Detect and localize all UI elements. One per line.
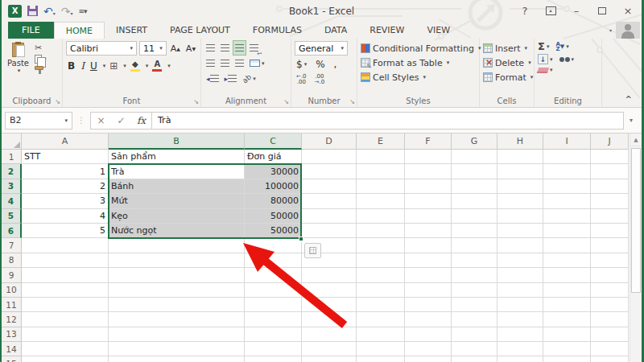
- cell-A12[interactable]: [22, 312, 109, 327]
- col-header-D[interactable]: D: [302, 134, 357, 150]
- close-button[interactable]: ×: [619, 4, 637, 19]
- cell-A6[interactable]: 5: [22, 224, 109, 238]
- cell-G9[interactable]: [452, 268, 497, 282]
- alignment-dialog-launcher-icon[interactable]: ↘: [283, 98, 289, 105]
- cell-C12[interactable]: [245, 312, 302, 327]
- cell-E11[interactable]: [357, 298, 405, 312]
- undo-button[interactable]: ↶▾: [43, 3, 56, 19]
- tab-page-layout[interactable]: PAGE LAYOUT: [159, 22, 242, 39]
- cell-D14[interactable]: [302, 342, 357, 356]
- number-format-combo[interactable]: General▾: [295, 41, 348, 56]
- redo-dropdown-icon[interactable]: ▾: [70, 10, 72, 16]
- cell-B7[interactable]: [109, 238, 245, 253]
- cell-G14[interactable]: [452, 342, 497, 356]
- cell-C4[interactable]: 80000: [245, 194, 302, 208]
- cell-A4[interactable]: 3: [22, 194, 109, 208]
- row-header-6[interactable]: 6: [2, 224, 22, 238]
- clear-dropdown-icon[interactable]: ▾: [550, 67, 553, 73]
- ribbon-display-options-button[interactable]: ▴: [542, 4, 559, 19]
- save-icon[interactable]: [27, 6, 38, 16]
- row-header-9[interactable]: 9: [2, 268, 22, 282]
- cell-J4[interactable]: [591, 194, 629, 208]
- cell-D4[interactable]: [302, 194, 357, 208]
- cell-G12[interactable]: [452, 312, 497, 327]
- cell-H13[interactable]: [497, 327, 543, 342]
- cell-C7[interactable]: [245, 238, 302, 253]
- delete-button[interactable]: Delete ▾: [483, 56, 530, 70]
- cell-E13[interactable]: [357, 327, 405, 342]
- col-header-F[interactable]: F: [405, 134, 452, 150]
- cell-C11[interactable]: [245, 298, 302, 312]
- wrap-text-button[interactable]: [248, 41, 260, 55]
- account-dropdown-icon[interactable]: ▾: [609, 27, 612, 33]
- collapse-ribbon-icon[interactable]: ^: [625, 95, 632, 104]
- cell-A2[interactable]: 1: [22, 164, 109, 179]
- cell-H1[interactable]: [497, 150, 543, 164]
- cell-B2[interactable]: Trà: [109, 164, 245, 179]
- cell-A14[interactable]: [22, 342, 109, 356]
- bottom-align-button[interactable]: [233, 41, 246, 55]
- row-header-3[interactable]: 3: [2, 179, 22, 194]
- font-size-dropdown-icon[interactable]: ▾: [159, 45, 163, 51]
- cell-A13[interactable]: [22, 327, 109, 342]
- borders-icon[interactable]: ⊞: [108, 59, 119, 72]
- col-header-A[interactable]: A: [22, 134, 109, 150]
- cell-I10[interactable]: [543, 283, 591, 298]
- orientation-button[interactable]: ab▾: [241, 72, 258, 85]
- cell-C13[interactable]: [245, 327, 302, 342]
- cell-B6[interactable]: Nước ngọt: [109, 224, 245, 238]
- paste-dropdown-icon[interactable]: ▾: [18, 68, 21, 74]
- percent-style-button[interactable]: %: [314, 57, 326, 71]
- find-select-button[interactable]: ▾: [559, 54, 575, 64]
- minimize-button[interactable]: –: [568, 4, 585, 19]
- cell-E10[interactable]: [357, 283, 405, 298]
- cell-I3[interactable]: [543, 179, 591, 194]
- top-align-button[interactable]: [204, 41, 217, 55]
- delete-dropdown-icon[interactable]: ▾: [528, 60, 531, 66]
- cell-F10[interactable]: [405, 283, 452, 298]
- scrollbar-thumb[interactable]: [631, 148, 641, 293]
- cell-H5[interactable]: [497, 209, 543, 224]
- col-header-H[interactable]: H: [497, 134, 543, 150]
- cell-D15[interactable]: [302, 356, 357, 362]
- orientation-dropdown-icon[interactable]: ▾: [253, 76, 256, 82]
- cell-C9[interactable]: [245, 268, 302, 282]
- cell-F4[interactable]: [405, 194, 452, 208]
- col-header-J[interactable]: J: [591, 134, 629, 150]
- cell-J13[interactable]: [591, 327, 629, 342]
- tab-review[interactable]: REVIEW: [358, 22, 415, 39]
- cell-H2[interactable]: [497, 164, 543, 179]
- autosum-button[interactable]: Σ▾: [538, 41, 549, 51]
- font-dialog-launcher-icon[interactable]: ↘: [193, 98, 199, 105]
- cell-A1[interactable]: STT: [22, 150, 109, 164]
- cell-F1[interactable]: [405, 150, 452, 164]
- row-header-8[interactable]: 8: [2, 253, 22, 268]
- cell-B4[interactable]: Mứt: [109, 194, 245, 208]
- merge-center-button[interactable]: ▾: [248, 56, 266, 70]
- number-dialog-launcher-icon[interactable]: ↘: [349, 98, 355, 105]
- borders-dropdown-icon[interactable]: ▾: [123, 63, 126, 69]
- cell-I4[interactable]: [543, 194, 591, 208]
- cell-B15[interactable]: [109, 356, 245, 362]
- cell-C6[interactable]: 50000: [245, 224, 302, 238]
- row-header-15[interactable]: 15: [2, 356, 22, 362]
- excel-logo-icon[interactable]: X: [8, 5, 22, 18]
- cell-J1[interactable]: [591, 150, 629, 164]
- cell-C3[interactable]: 100000: [245, 179, 302, 194]
- cell-C1[interactable]: Đơn giá: [245, 150, 302, 164]
- accounting-dropdown-icon[interactable]: ▾: [304, 61, 308, 68]
- fill-button[interactable]: ↓▾: [538, 54, 553, 64]
- cell-F13[interactable]: [405, 327, 452, 342]
- autosum-dropdown-icon[interactable]: ▾: [547, 43, 550, 50]
- col-header-B[interactable]: B: [109, 134, 245, 150]
- tab-formulas[interactable]: FORMULAS: [242, 22, 313, 39]
- cell-D11[interactable]: [302, 298, 357, 312]
- cell-J8[interactable]: [591, 253, 629, 268]
- cell-F5[interactable]: [405, 209, 452, 224]
- cell-F12[interactable]: [405, 312, 452, 327]
- paste-button[interactable]: Paste ▾: [5, 41, 31, 96]
- decrease-indent-button[interactable]: ◂: [204, 72, 221, 85]
- cell-A3[interactable]: 2: [22, 179, 109, 194]
- cut-icon[interactable]: ✂: [35, 43, 47, 52]
- font-size-combo[interactable]: 11▾: [139, 41, 167, 56]
